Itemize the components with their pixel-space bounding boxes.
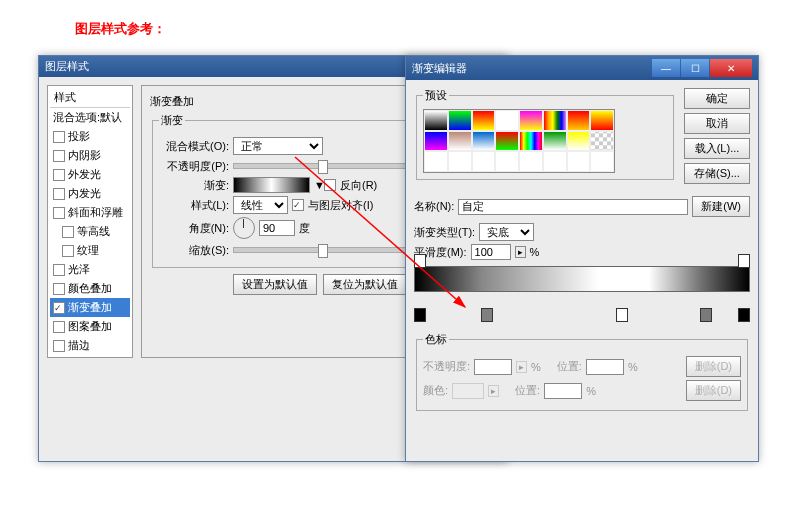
style-list-header: 样式 xyxy=(50,88,130,108)
angle-dial[interactable] xyxy=(233,217,255,239)
style-label: 投影 xyxy=(68,129,90,144)
style-checkbox[interactable] xyxy=(53,188,65,200)
style-checkbox[interactable] xyxy=(53,302,65,314)
stop-color-label: 颜色: xyxy=(423,383,448,398)
opacity-slider[interactable] xyxy=(233,163,427,169)
type-select[interactable]: 实底 xyxy=(479,223,534,241)
style-checkbox[interactable] xyxy=(53,131,65,143)
style-item-10[interactable]: 图案叠加 xyxy=(50,317,130,336)
stop-color-swatch xyxy=(452,383,484,399)
name-input[interactable] xyxy=(458,199,688,215)
name-label: 名称(N): xyxy=(414,199,454,214)
stops-group: 色标 不透明度: ▸% 位置: % 删除(D) 颜色: ▸ 位置: % 删除(D… xyxy=(416,332,748,411)
delete-color-stop: 删除(D) xyxy=(686,380,741,401)
style-checkbox[interactable] xyxy=(53,283,65,295)
load-button[interactable]: 载入(L)... xyxy=(684,138,750,159)
maximize-button[interactable]: ☐ xyxy=(681,59,709,77)
group-legend: 渐变 xyxy=(159,113,185,128)
annotation-note: 图层样式参考： xyxy=(75,20,166,38)
style-select[interactable]: 线性 xyxy=(233,196,288,214)
gradient-swatch[interactable] xyxy=(233,177,310,193)
style-checkbox[interactable] xyxy=(53,150,65,162)
scale-slider[interactable] xyxy=(233,247,427,253)
deg: 度 xyxy=(299,221,310,236)
blend-mode-label: 混合模式(O): xyxy=(159,139,229,154)
style-checkbox[interactable] xyxy=(62,245,74,257)
preset-grid[interactable] xyxy=(423,109,615,173)
save-button[interactable]: 存储(S)... xyxy=(684,163,750,184)
style-item-0[interactable]: 投影 xyxy=(50,127,130,146)
style-label: 等高线 xyxy=(77,224,110,239)
set-default-button[interactable]: 设置为默认值 xyxy=(233,274,317,295)
gradient-bar-editor[interactable] xyxy=(414,266,750,326)
style-label: 描边 xyxy=(68,338,90,353)
style-label: 光泽 xyxy=(68,262,90,277)
style-item-7[interactable]: 光泽 xyxy=(50,260,130,279)
align-label: 与图层对齐(I) xyxy=(308,198,373,213)
style-label: 渐变叠加 xyxy=(68,300,112,315)
style-label: 图案叠加 xyxy=(68,319,112,334)
style-item-2[interactable]: 外发光 xyxy=(50,165,130,184)
type-label: 渐变类型(T): xyxy=(414,225,475,240)
angle-label: 角度(N): xyxy=(159,221,229,236)
scale-label: 缩放(S): xyxy=(159,243,229,258)
new-button[interactable]: 新建(W) xyxy=(692,196,750,217)
style-label: 斜面和浮雕 xyxy=(68,205,123,220)
stop-opacity-input xyxy=(474,359,512,375)
cancel-button[interactable]: 取消 xyxy=(684,113,750,134)
style-label: 内阴影 xyxy=(68,148,101,163)
style-label: 纹理 xyxy=(77,243,99,258)
minimize-button[interactable]: — xyxy=(652,59,680,77)
style-item-6[interactable]: 纹理 xyxy=(50,241,130,260)
presets-group: 预设 xyxy=(416,88,674,180)
reset-default-button[interactable]: 复位为默认值 xyxy=(323,274,407,295)
stop-pos-input xyxy=(586,359,624,375)
smooth-input[interactable] xyxy=(471,244,511,260)
smooth-dropdown[interactable]: ▸ xyxy=(515,246,526,258)
style-label: 外发光 xyxy=(68,167,101,182)
style-item-11[interactable]: 描边 xyxy=(50,336,130,355)
style-label: 颜色叠加 xyxy=(68,281,112,296)
style-checkbox[interactable] xyxy=(62,226,74,238)
style-checkbox[interactable] xyxy=(53,169,65,181)
style-item-9[interactable]: 渐变叠加 xyxy=(50,298,130,317)
style-item-5[interactable]: 等高线 xyxy=(50,222,130,241)
style-list: 样式 混合选项:默认 投影内阴影外发光内发光斜面和浮雕等高线纹理光泽颜色叠加渐变… xyxy=(47,85,133,358)
angle-input[interactable] xyxy=(259,220,295,236)
stop-opacity-label: 不透明度: xyxy=(423,359,470,374)
style-item-8[interactable]: 颜色叠加 xyxy=(50,279,130,298)
style-label: 内发光 xyxy=(68,186,101,201)
style-label: 样式(L): xyxy=(159,198,229,213)
align-checkbox[interactable] xyxy=(292,199,304,211)
stop-pos-label: 位置: xyxy=(557,359,582,374)
gradient-editor-dialog: 渐变编辑器 — ☐ ✕ 预设 确定 取消 载入(L)... 存储(S)... xyxy=(405,55,759,462)
titlebar[interactable]: 渐变编辑器 — ☐ ✕ xyxy=(406,56,758,80)
style-item-3[interactable]: 内发光 xyxy=(50,184,130,203)
opacity-label: 不透明度(P): xyxy=(159,159,229,174)
gradient-label: 渐变: xyxy=(159,178,229,193)
reverse-checkbox[interactable] xyxy=(324,179,336,191)
blend-mode-select[interactable]: 正常 xyxy=(233,137,323,155)
style-item-1[interactable]: 内阴影 xyxy=(50,146,130,165)
style-item-4[interactable]: 斜面和浮雕 xyxy=(50,203,130,222)
style-checkbox[interactable] xyxy=(53,340,65,352)
stop-color-pos-input xyxy=(544,383,582,399)
stops-label: 色标 xyxy=(423,332,449,347)
delete-opacity-stop: 删除(D) xyxy=(686,356,741,377)
window-title: 渐变编辑器 xyxy=(412,61,467,76)
presets-label: 预设 xyxy=(423,88,449,103)
window-title: 图层样式 xyxy=(45,59,89,74)
style-checkbox[interactable] xyxy=(53,207,65,219)
blending-options-default[interactable]: 混合选项:默认 xyxy=(50,108,130,127)
style-checkbox[interactable] xyxy=(53,264,65,276)
reverse-label: 反向(R) xyxy=(340,178,377,193)
close-button[interactable]: ✕ xyxy=(710,59,752,77)
style-checkbox[interactable] xyxy=(53,321,65,333)
ok-button[interactable]: 确定 xyxy=(684,88,750,109)
